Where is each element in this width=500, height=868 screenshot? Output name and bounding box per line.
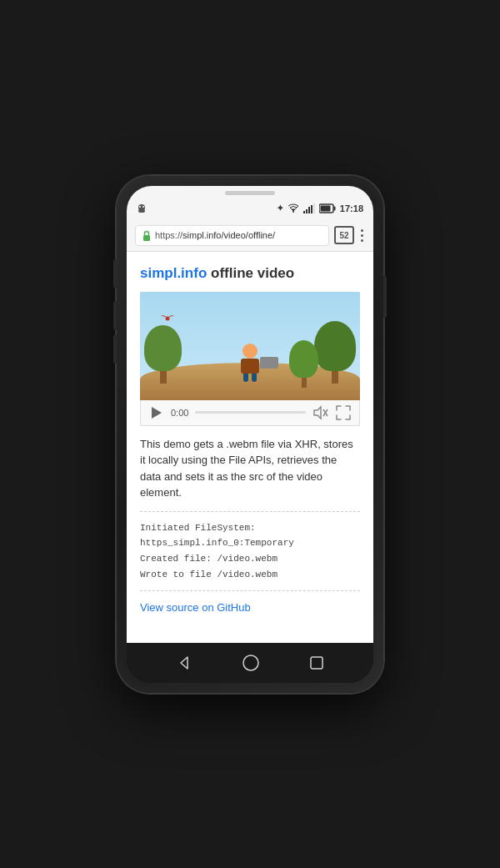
wifi-icon [288, 203, 299, 213]
play-button[interactable] [149, 405, 164, 420]
phone-screen: ✦ [127, 186, 373, 683]
back-button[interactable] [176, 655, 192, 671]
progress-bar[interactable] [195, 411, 306, 414]
bird [161, 313, 174, 325]
tree-left [144, 325, 182, 384]
recent-button[interactable] [309, 655, 324, 670]
menu-button[interactable] [359, 228, 365, 243]
volume-button[interactable] [312, 405, 329, 420]
svg-marker-17 [181, 657, 188, 669]
recent-icon [309, 655, 324, 670]
svg-rect-19 [311, 657, 322, 669]
top-speaker-area [127, 186, 373, 197]
video-frame[interactable] [140, 292, 360, 400]
video-controls: 0:00 [140, 400, 360, 426]
url-text: https://simpl.info/video/offline/ [155, 230, 275, 240]
github-link[interactable]: View source on GitHub [140, 601, 251, 614]
signal-icon [303, 203, 315, 213]
video-container: 0:00 [140, 292, 360, 426]
log-line-3: Created file: /video.webm [140, 551, 360, 567]
phone-frame: ✦ [117, 176, 383, 693]
log-output: Initiated FileSystem: https_simpl.info_0… [140, 520, 360, 583]
time-display: 17:18 [340, 203, 363, 213]
title-brand: simpl.info [140, 265, 207, 281]
svg-rect-8 [311, 205, 312, 213]
svg-rect-12 [320, 205, 330, 211]
svg-point-3 [142, 206, 144, 208]
tab-count[interactable]: 52 [334, 226, 354, 244]
log-line-1: Initiated FileSystem: [140, 520, 360, 536]
url-bar[interactable]: https://simpl.info/video/offline/ [135, 225, 329, 246]
laptop [260, 357, 278, 369]
status-left [137, 203, 147, 213]
svg-point-2 [139, 206, 141, 208]
url-path: /video/offline/ [222, 230, 276, 240]
svg-rect-13 [143, 235, 150, 241]
speaker-grill [225, 191, 275, 195]
lock-icon [142, 230, 151, 241]
page-content: simpl.info offline video [127, 252, 373, 643]
svg-rect-1 [138, 209, 145, 213]
fullscreen-icon [336, 405, 351, 420]
character [238, 344, 262, 377]
title-rest: offline video [207, 265, 294, 281]
back-icon [176, 655, 192, 671]
android-icon [137, 203, 147, 213]
page-title: simpl.info offline video [140, 265, 360, 282]
bluetooth-icon: ✦ [277, 203, 283, 213]
volume-icon [312, 405, 329, 420]
tree-right [314, 321, 356, 384]
nav-bar [127, 643, 373, 683]
fullscreen-button[interactable] [336, 405, 351, 420]
svg-rect-5 [303, 211, 305, 213]
status-bar: ✦ [127, 197, 373, 220]
svg-point-18 [243, 655, 258, 670]
description: This demo gets a .webm file via XHR, sto… [140, 436, 360, 501]
home-button[interactable] [242, 654, 260, 672]
log-line-2: https_simpl.info_0:Temporary [140, 535, 360, 551]
divider-bottom [140, 590, 360, 591]
tree-right-small [289, 340, 318, 388]
svg-point-14 [166, 316, 170, 320]
status-right: ✦ [277, 203, 363, 213]
svg-rect-11 [333, 206, 335, 210]
log-line-4: Wrote to file /video.webm [140, 567, 360, 583]
divider-top [140, 511, 360, 512]
battery-icon [319, 203, 336, 213]
svg-point-4 [292, 211, 294, 213]
svg-rect-7 [308, 207, 310, 213]
url-domain: simpl.info [182, 230, 221, 240]
video-scene [140, 292, 360, 400]
svg-rect-9 [313, 203, 315, 213]
home-icon [242, 654, 260, 672]
video-time: 0:00 [171, 408, 188, 418]
svg-rect-6 [306, 209, 308, 213]
browser-bar: https://simpl.info/video/offline/ 52 [127, 220, 373, 252]
